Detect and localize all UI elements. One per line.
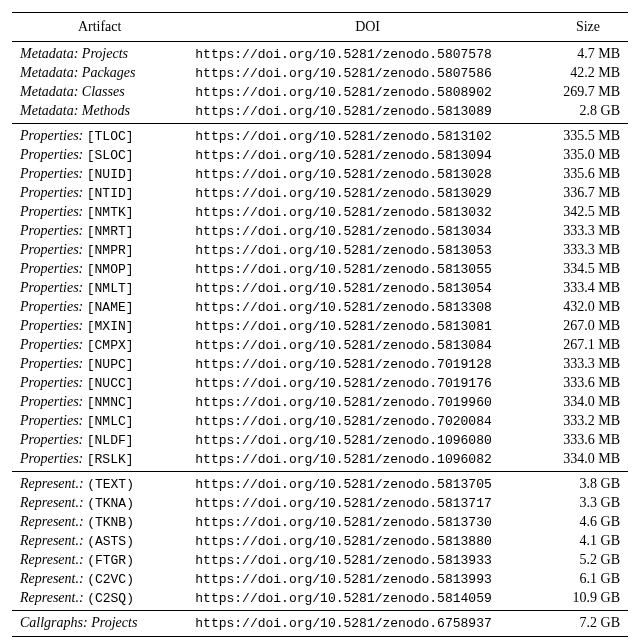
artifact-prefix: Properties: xyxy=(20,223,87,238)
doi-cell: https://doi.org/10.5281/zenodo.5813089 xyxy=(187,102,548,124)
artifact-prefix: Metadata: xyxy=(20,84,82,99)
size-cell: 335.5 MB xyxy=(548,124,628,146)
artifact-cell: Metadata: Projects xyxy=(12,42,187,64)
table-row: Properties: [NMOP]https://doi.org/10.528… xyxy=(12,260,628,279)
doi-cell: https://doi.org/10.5281/zenodo.5813308 xyxy=(187,298,548,317)
doi-cell: https://doi.org/10.5281/zenodo.5813730 xyxy=(187,513,548,532)
table-row: Represent.: (ASTS)https://doi.org/10.528… xyxy=(12,532,628,551)
size-cell: 333.4 MB xyxy=(548,279,628,298)
artifact-cell: Metadata: Classes xyxy=(12,83,187,102)
table-row: Properties: [NUPC]https://doi.org/10.528… xyxy=(12,355,628,374)
artifact-prefix: Represent.: xyxy=(20,514,87,529)
artifact-prefix: Properties: xyxy=(20,261,87,276)
size-cell: 7.2 GB xyxy=(548,611,628,637)
doi-cell: https://doi.org/10.5281/zenodo.5808902 xyxy=(187,83,548,102)
artifact-label: Packages xyxy=(82,65,136,80)
table-row: Properties: [MXIN]https://doi.org/10.528… xyxy=(12,317,628,336)
artifact-prefix: Callgraphs: xyxy=(20,615,91,630)
doi-cell: https://doi.org/10.5281/zenodo.5813933 xyxy=(187,551,548,570)
artifact-cell: Represent.: (TEXT) xyxy=(12,472,187,494)
table-row: Represent.: (TEXT)https://doi.org/10.528… xyxy=(12,472,628,494)
artifact-label: (TKNB) xyxy=(87,515,134,530)
artifact-label: [NMLT] xyxy=(87,281,134,296)
artifact-label: Projects xyxy=(91,615,137,630)
size-cell: 334.0 MB xyxy=(548,450,628,472)
doi-cell: https://doi.org/10.5281/zenodo.5813717 xyxy=(187,494,548,513)
size-cell: 333.3 MB xyxy=(548,355,628,374)
table-row: Represent.: (TKNB)https://doi.org/10.528… xyxy=(12,513,628,532)
artifact-cell: Metadata: Methods xyxy=(12,102,187,124)
artifact-label: (ASTS) xyxy=(87,534,134,549)
artifact-cell: Properties: [NUID] xyxy=(12,165,187,184)
artifact-cell: Properties: [NMRT] xyxy=(12,222,187,241)
artifact-cell: Properties: [NMLC] xyxy=(12,412,187,431)
artifact-label: [NTID] xyxy=(87,186,134,201)
size-cell: 4.6 GB xyxy=(548,513,628,532)
artifact-prefix: Properties: xyxy=(20,432,87,447)
artifact-prefix: Represent.: xyxy=(20,533,87,548)
doi-cell: https://doi.org/10.5281/zenodo.5813032 xyxy=(187,203,548,222)
col-header-artifact: Artifact xyxy=(12,13,187,42)
artifact-prefix: Represent.: xyxy=(20,590,87,605)
table-row: Properties: [NLDF]https://doi.org/10.528… xyxy=(12,431,628,450)
size-cell: 333.3 MB xyxy=(548,222,628,241)
artifact-label: [NMTK] xyxy=(87,205,134,220)
artifact-label: Classes xyxy=(82,84,125,99)
artifact-table: Artifact DOI Size Metadata: Projectshttp… xyxy=(12,12,628,637)
artifact-label: (TEXT) xyxy=(87,477,134,492)
artifact-prefix: Properties: xyxy=(20,375,87,390)
doi-cell: https://doi.org/10.5281/zenodo.5807586 xyxy=(187,64,548,83)
artifact-cell: Properties: [MXIN] xyxy=(12,317,187,336)
artifact-prefix: Represent.: xyxy=(20,571,87,586)
artifact-label: [NUID] xyxy=(87,167,134,182)
artifact-cell: Represent.: (FTGR) xyxy=(12,551,187,570)
size-cell: 269.7 MB xyxy=(548,83,628,102)
doi-cell: https://doi.org/10.5281/zenodo.5813705 xyxy=(187,472,548,494)
artifact-prefix: Properties: xyxy=(20,413,87,428)
artifact-label: [SLOC] xyxy=(87,148,134,163)
artifact-cell: Properties: [NMPR] xyxy=(12,241,187,260)
doi-cell: https://doi.org/10.5281/zenodo.6758937 xyxy=(187,611,548,637)
artifact-cell: Properties: [NMTK] xyxy=(12,203,187,222)
artifact-label: [NMNC] xyxy=(87,395,134,410)
col-header-doi: DOI xyxy=(187,13,548,42)
size-cell: 333.6 MB xyxy=(548,431,628,450)
artifact-cell: Represent.: (ASTS) xyxy=(12,532,187,551)
artifact-label: [RSLK] xyxy=(87,452,134,467)
table-row: Represent.: (FTGR)https://doi.org/10.528… xyxy=(12,551,628,570)
artifact-cell: Properties: [NTID] xyxy=(12,184,187,203)
artifact-cell: Represent.: (TKNB) xyxy=(12,513,187,532)
size-cell: 2.8 GB xyxy=(548,102,628,124)
doi-cell: https://doi.org/10.5281/zenodo.7019128 xyxy=(187,355,548,374)
doi-cell: https://doi.org/10.5281/zenodo.5813034 xyxy=(187,222,548,241)
artifact-label: [NMRT] xyxy=(87,224,134,239)
artifact-label: (C2SQ) xyxy=(87,591,134,606)
table-row: Properties: [CMPX]https://doi.org/10.528… xyxy=(12,336,628,355)
table-row: Properties: [NMRT]https://doi.org/10.528… xyxy=(12,222,628,241)
size-cell: 42.2 MB xyxy=(548,64,628,83)
size-cell: 5.2 GB xyxy=(548,551,628,570)
artifact-prefix: Properties: xyxy=(20,204,87,219)
artifact-prefix: Represent.: xyxy=(20,495,87,510)
table-row: Properties: [NMPR]https://doi.org/10.528… xyxy=(12,241,628,260)
doi-cell: https://doi.org/10.5281/zenodo.1096080 xyxy=(187,431,548,450)
doi-cell: https://doi.org/10.5281/zenodo.5813081 xyxy=(187,317,548,336)
artifact-prefix: Properties: xyxy=(20,185,87,200)
artifact-prefix: Properties: xyxy=(20,166,87,181)
artifact-prefix: Properties: xyxy=(20,280,87,295)
table-row: Callgraphs: Projectshttps://doi.org/10.5… xyxy=(12,611,628,637)
artifact-prefix: Metadata: xyxy=(20,103,82,118)
doi-cell: https://doi.org/10.5281/zenodo.5813053 xyxy=(187,241,548,260)
size-cell: 334.0 MB xyxy=(548,393,628,412)
artifact-prefix: Properties: xyxy=(20,318,87,333)
artifact-label: (TKNA) xyxy=(87,496,134,511)
artifact-label: [NMPR] xyxy=(87,243,134,258)
size-cell: 6.1 GB xyxy=(548,570,628,589)
artifact-cell: Properties: [NLDF] xyxy=(12,431,187,450)
artifact-cell: Represent.: (C2SQ) xyxy=(12,589,187,611)
artifact-prefix: Represent.: xyxy=(20,552,87,567)
artifact-prefix: Metadata: xyxy=(20,46,82,61)
artifact-cell: Properties: [NMOP] xyxy=(12,260,187,279)
table-row: Properties: [NUID]https://doi.org/10.528… xyxy=(12,165,628,184)
artifact-prefix: Properties: xyxy=(20,451,87,466)
